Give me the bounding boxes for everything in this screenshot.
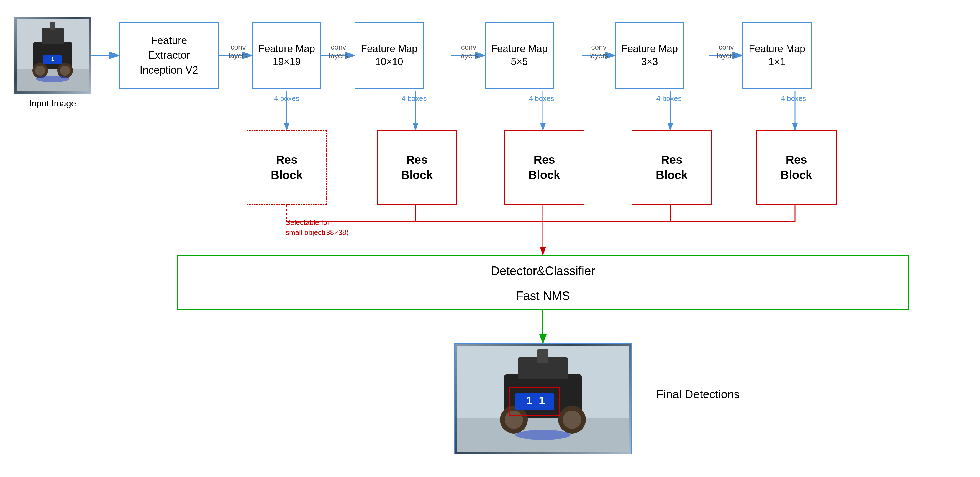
final-detections-label: Final Detections [643,388,753,401]
conv-label-3: convlayers [455,43,482,60]
input-image: 1 [14,17,91,94]
conv-label-2: convlayers [325,43,352,60]
output-image: 1 1 [454,343,632,454]
feature-map-19x19: Feature Map19×19 [252,22,321,89]
svg-point-48 [515,430,571,440]
feature-map-1x1: Feature Map1×1 [742,22,811,89]
boxes-label-3: 4 boxes [521,94,562,103]
boxes-label-5: 4 boxes [773,94,815,103]
svg-text:1: 1 [526,394,532,407]
input-image-label: Input Image [14,99,91,108]
selectable-label: Selectable forsmall object(38×38) [283,216,352,239]
res-block-4: ResBlock [632,130,712,205]
feature-map-1x1-text: Feature Map1×1 [749,42,805,68]
res-block-1-text: ResBlock [271,153,302,183]
svg-rect-39 [538,349,549,363]
svg-text:1: 1 [51,56,54,62]
svg-point-34 [36,76,69,82]
res-block-2-text: ResBlock [401,153,433,183]
feature-map-10x10: Feature Map10×10 [355,22,424,89]
feature-map-5x5: Feature Map5×5 [485,22,554,89]
svg-point-31 [60,66,70,76]
detector-box: Detector&Classifier Fast NMS [177,255,908,310]
svg-text:1: 1 [539,394,545,407]
feature-map-19x19-text: Feature Map19×19 [258,42,315,68]
feature-map-3x3: Feature Map3×3 [615,22,684,89]
conv-label-5: convlayers [713,43,740,60]
robot-image-placeholder: 1 [14,17,91,94]
feature-extractor-box: FeatureExtractorInception V2 [119,22,219,89]
res-block-4-text: ResBlock [656,153,687,183]
output-robot-image: 1 1 [455,344,631,454]
fast-nms-label: Fast NMS [516,289,570,303]
svg-point-41 [505,410,523,429]
feature-map-10x10-text: Feature Map10×10 [361,42,417,68]
res-block-5-text: ResBlock [781,153,812,183]
feature-extractor-text: FeatureExtractorInception V2 [140,33,198,78]
res-block-5: ResBlock [756,130,837,205]
svg-point-29 [35,66,45,76]
res-block-3-text: ResBlock [528,153,560,183]
feature-map-3x3-text: Feature Map3×3 [621,42,678,68]
conv-label-1: convlayers [224,43,252,60]
boxes-label-2: 4 boxes [393,94,435,103]
svg-rect-27 [50,22,56,30]
diagram: 1 Input Image FeatureExtractorInception … [0,0,980,477]
res-block-2: ResBlock [377,130,457,205]
res-block-1: ResBlock [247,130,327,205]
svg-point-43 [563,410,581,429]
svg-rect-45 [515,393,554,410]
conv-label-4: convlayers [585,43,613,60]
boxes-label-1: 4 boxes [266,94,307,103]
boxes-label-4: 4 boxes [648,94,690,103]
feature-map-5x5-text: Feature Map5×5 [491,42,547,68]
selectable-text: Selectable forsmall object(38×38) [286,218,349,237]
res-block-3: ResBlock [504,130,584,205]
detector-label: Detector&Classifier [491,264,595,278]
